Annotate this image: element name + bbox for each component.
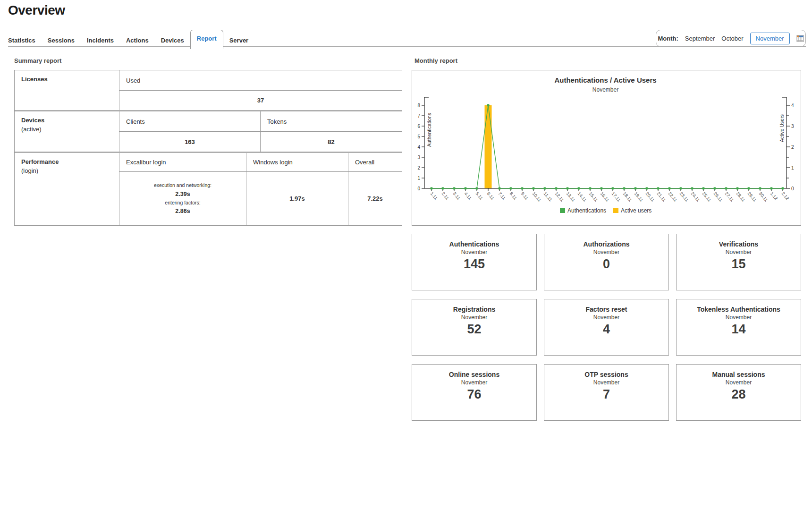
stat-card-online-sessions: Online sessions November 76 <box>412 364 537 421</box>
month-option-september[interactable]: September <box>685 35 715 42</box>
svg-text:Authentications: Authentications <box>426 113 432 147</box>
svg-text:6.11: 6.11 <box>486 191 495 201</box>
summary-row-performance: Performance (login) Excalibur login exec… <box>15 153 402 225</box>
svg-text:4: 4 <box>417 144 420 150</box>
svg-text:11.11: 11.11 <box>542 191 553 202</box>
svg-text:8: 8 <box>417 103 420 108</box>
tab-server[interactable]: Server <box>223 32 254 49</box>
stat-card-otp-sessions: OTP sessions November 7 <box>544 364 669 421</box>
excalibur-login-header: Excalibur login <box>119 153 246 172</box>
tokens-header: Tokens <box>261 111 402 132</box>
svg-text:12.11: 12.11 <box>554 191 565 203</box>
stat-card-tokenless-authentications: Tokenless Authentications November 14 <box>676 299 801 356</box>
clients-header: Clients <box>119 111 260 132</box>
svg-text:3.11: 3.11 <box>452 191 461 201</box>
svg-text:15.11: 15.11 <box>588 191 599 203</box>
svg-text:17.11: 17.11 <box>610 191 621 203</box>
windows-login-value: 1.97s <box>246 172 348 225</box>
svg-text:2: 2 <box>791 144 794 150</box>
month-option-october[interactable]: October <box>721 35 743 42</box>
svg-text:November: November <box>592 86 618 93</box>
licenses-used-column: Used 37 <box>119 70 402 110</box>
stat-card-authorizations: Authorizations November 0 <box>544 234 669 290</box>
svg-text:3: 3 <box>417 155 420 160</box>
svg-text:22.11: 22.11 <box>667 191 678 203</box>
svg-text:13.11: 13.11 <box>565 191 576 203</box>
svg-text:1.11: 1.11 <box>429 191 439 201</box>
svg-text:30.11: 30.11 <box>758 191 769 203</box>
performance-sublabel: (login) <box>21 167 112 174</box>
svg-text:28.11: 28.11 <box>735 191 746 203</box>
svg-text:7: 7 <box>417 113 420 119</box>
svg-text:9.11: 9.11 <box>520 191 529 201</box>
stat-card-authentications: Authentications November 145 <box>412 234 537 290</box>
stat-card-factors-reset: Factors reset November 4 <box>544 299 669 356</box>
overall-header: Overall <box>348 153 402 172</box>
svg-text:6: 6 <box>417 124 420 129</box>
svg-text:24.11: 24.11 <box>690 191 701 203</box>
svg-text:29.11: 29.11 <box>746 191 757 203</box>
svg-text:25.11: 25.11 <box>701 191 712 203</box>
overall-value: 7.22s <box>348 172 402 225</box>
calendar-icon[interactable] <box>796 34 804 42</box>
excalibur-login-column: Excalibur login execution and networking… <box>119 153 246 225</box>
stat-card-verifications: Verifications November 15 <box>676 234 801 290</box>
svg-text:7.11: 7.11 <box>497 191 507 201</box>
summary-report-heading: Summary report <box>14 57 61 64</box>
month-option-november[interactable]: November <box>750 33 790 44</box>
overall-column: Overall 7.22s <box>348 153 402 225</box>
devices-sublabel: (active) <box>21 126 112 133</box>
month-selector: Month: September October November <box>656 30 806 47</box>
svg-text:2.12: 2.12 <box>780 191 790 201</box>
windows-login-header: Windows login <box>246 153 348 172</box>
summary-row-licenses: Licenses Used 37 <box>15 70 402 110</box>
monthly-chart-panel: 012345678012341.112.113.114.115.116.117.… <box>412 70 801 226</box>
svg-text:10.11: 10.11 <box>531 191 542 203</box>
devices-label: Devices <box>21 117 112 124</box>
svg-text:Authentications / Active Users: Authentications / Active Users <box>554 76 656 84</box>
svg-text:0: 0 <box>417 186 420 191</box>
tab-actions[interactable]: Actions <box>120 32 155 49</box>
tab-devices[interactable]: Devices <box>155 32 190 49</box>
svg-text:20.11: 20.11 <box>644 191 655 203</box>
tab-statistics[interactable]: Statistics <box>2 32 42 49</box>
svg-text:23.11: 23.11 <box>678 191 689 203</box>
tab-bar: Statistics Sessions Incidents Actions De… <box>2 30 254 49</box>
svg-text:16.11: 16.11 <box>599 191 610 203</box>
stat-card-registrations: Registrations November 52 <box>412 299 537 356</box>
svg-text:2.11: 2.11 <box>440 191 450 201</box>
svg-text:27.11: 27.11 <box>724 191 735 203</box>
summary-row-devices: Devices (active) Clients 163 Tokens 82 <box>15 111 402 152</box>
svg-text:0: 0 <box>791 186 794 191</box>
tab-incidents[interactable]: Incidents <box>81 32 120 49</box>
svg-text:5: 5 <box>417 134 420 139</box>
svg-text:4: 4 <box>791 103 794 108</box>
svg-text:14.11: 14.11 <box>576 191 587 203</box>
svg-text:Active users: Active users <box>621 207 651 214</box>
svg-text:1: 1 <box>791 165 794 170</box>
svg-text:1: 1 <box>417 176 420 181</box>
svg-text:Authentications: Authentications <box>567 207 606 214</box>
svg-text:18.11: 18.11 <box>622 191 633 203</box>
monthly-report-heading: Monthly report <box>414 57 457 64</box>
svg-text:19.11: 19.11 <box>633 191 644 203</box>
licenses-used-header: Used <box>119 70 402 91</box>
svg-text:1.12: 1.12 <box>769 191 778 201</box>
stat-card-manual-sessions: Manual sessions November 28 <box>676 364 801 421</box>
licenses-used-value: 37 <box>119 91 402 110</box>
clients-value: 163 <box>119 132 260 152</box>
svg-text:Active Users: Active Users <box>779 114 785 142</box>
svg-text:3: 3 <box>791 124 794 129</box>
windows-login-column: Windows login 1.97s <box>246 153 348 225</box>
tab-sessions[interactable]: Sessions <box>42 32 81 49</box>
svg-text:4.11: 4.11 <box>463 191 473 201</box>
page-title: Overview <box>8 3 65 18</box>
excalibur-login-value: execution and networking: 2.39s entering… <box>119 172 246 225</box>
svg-text:2: 2 <box>417 165 420 170</box>
svg-text:5.11: 5.11 <box>474 191 484 201</box>
svg-text:21.11: 21.11 <box>656 191 667 203</box>
stat-cards-grid: Authentications November 145 Authorizati… <box>412 234 801 421</box>
monthly-chart-svg: 012345678012341.112.113.114.115.116.117.… <box>412 70 801 225</box>
licenses-label: Licenses <box>21 76 112 83</box>
tab-report[interactable]: Report <box>190 30 223 49</box>
